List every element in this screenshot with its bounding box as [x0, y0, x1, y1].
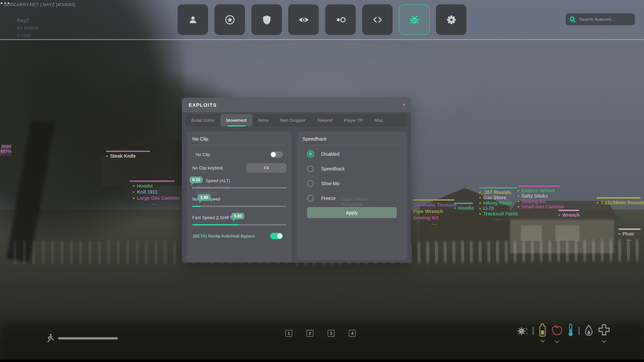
- game-screen: Steak Knife Hoodie Kolt 1911 Large Gas C…: [0, 0, 644, 362]
- esp-bullet-icon: [517, 195, 519, 197]
- apply-button[interactable]: Apply: [307, 207, 397, 218]
- slider-label: Speed (ALT): [206, 178, 286, 183]
- tab-protection-button[interactable]: [251, 4, 282, 35]
- esp-item-label: Hiking Pants: [483, 201, 512, 206]
- menu-icon-bar: [178, 4, 466, 35]
- water-drop-icon: [584, 324, 593, 338]
- stamina-indicator: [45, 333, 118, 343]
- speedhack-options: Disabled Speedhack Slow-Mo Freeze: [302, 150, 401, 202]
- esp-group: Steak Knife: [106, 151, 150, 159]
- keybind-clear-icon[interactable]: ×: [281, 163, 283, 172]
- esp-item-label: Kolt 1911: [137, 189, 157, 195]
- option-freeze[interactable]: Freeze: [307, 194, 397, 202]
- esp-bullet-icon: [558, 214, 560, 216]
- option-label: Disabled: [321, 151, 339, 157]
- tab-teleport[interactable]: Teleport: [311, 114, 338, 126]
- noclip-section: No Clip No Clip No Clip keybind F4 × 0.1…: [187, 132, 292, 262]
- close-icon[interactable]: ×: [402, 98, 405, 112]
- noclip-toggle[interactable]: [270, 151, 283, 158]
- health-cross-icon: [598, 324, 610, 337]
- bottom-black-bar: [0, 360, 644, 362]
- tab-favorites-button[interactable]: [214, 4, 245, 35]
- tab-settings-button[interactable]: [436, 4, 466, 35]
- status-bar: [515, 323, 610, 339]
- esp-item-label: Large Gas Canister: [137, 195, 180, 201]
- tab-items[interactable]: Items: [252, 114, 275, 126]
- bottle-icon: [538, 323, 547, 339]
- server-name: DayZ: [17, 17, 39, 24]
- exploits-window: EXPLOITS × Bullet Editor Movement Items …: [182, 98, 411, 263]
- esp-item-label: Steak Knife: [110, 153, 136, 159]
- esp-bullet-icon: [479, 213, 481, 215]
- tab-bullet-editor[interactable]: Bullet Editor: [186, 114, 220, 126]
- tab-movement[interactable]: Movement: [220, 114, 252, 126]
- esp-more-indicator: ...: [413, 220, 457, 226]
- esp-item-label: Hoodie: [458, 205, 474, 211]
- esp-group-bar: [517, 186, 560, 187]
- code-icon: [372, 14, 383, 25]
- tab-players-button[interactable]: [178, 4, 208, 35]
- exploits-tab-bar: Bullet Editor Movement Items Item Droppe…: [186, 114, 407, 126]
- esp-more-indicator: ...: [130, 200, 180, 206]
- normal-speed-slider: 1.00 Normal Speed: [192, 197, 286, 207]
- radio-icon[interactable]: [307, 151, 314, 157]
- esp-group-bar: [130, 180, 175, 182]
- option-disabled[interactable]: Disabled: [307, 150, 397, 158]
- watermark: ELOCARRY.NET | DAYZ [4f34083]: [4, 2, 76, 7]
- hotbar-slot-2: 2: [306, 330, 313, 337]
- radio-icon[interactable]: [307, 195, 314, 202]
- gear-icon: [446, 14, 457, 25]
- option-speedhack[interactable]: Speedhack: [307, 165, 397, 173]
- esp-bullet-icon: [133, 185, 135, 187]
- beta-bypass-label: (BETA) Noclip Anticheat Bypass: [193, 234, 255, 239]
- slider-track[interactable]: [192, 224, 286, 225]
- esp-bullet-icon: [517, 190, 519, 192]
- esp-item-label: Wrench: [562, 212, 580, 218]
- esp-item-label: Small Gas Canister: [522, 204, 564, 209]
- status-separator: [533, 327, 534, 335]
- tab-item-dropper[interactable]: Item Dropper: [275, 114, 311, 126]
- tab-visuals-button[interactable]: [288, 4, 319, 35]
- esp-bullet-icon: [133, 191, 135, 193]
- esp-group-bar: [479, 187, 517, 189]
- hotbar-slot-4: 4: [349, 330, 356, 337]
- beta-bypass-row: (BETA) Noclip Anticheat Bypass: [192, 233, 286, 239]
- esp-item-label: Salty Sticks: [522, 194, 548, 199]
- esp-player-label: Hidd: [1, 144, 11, 149]
- option-label: Freeze: [321, 196, 336, 201]
- esp-bullet-icon: [517, 206, 519, 208]
- esp-group: Wrench: [558, 210, 580, 218]
- slider-value-bubble: 1.00: [198, 194, 211, 201]
- esp-group-bar: [618, 228, 641, 230]
- slider-track[interactable]: [192, 187, 286, 189]
- noclip-toggle-row: No Clip: [192, 151, 286, 158]
- tab-misc[interactable]: Misc: [369, 114, 389, 126]
- esp-group-bar: [454, 203, 473, 204]
- server-near-count: 0 near: [17, 32, 39, 39]
- keybind-button[interactable]: F4 ×: [246, 163, 286, 173]
- slider-fill: [192, 224, 239, 225]
- tab-exploits-button[interactable]: [399, 4, 430, 35]
- option-label: Speedhack: [321, 166, 345, 171]
- tab-aim-button[interactable]: [325, 4, 356, 35]
- esp-bullet-icon: [618, 233, 620, 235]
- radio-icon[interactable]: [307, 165, 314, 172]
- beta-bypass-toggle[interactable]: [270, 233, 283, 239]
- noclip-keybind-label: No Clip keybind: [192, 165, 223, 170]
- radio-icon[interactable]: [307, 180, 314, 187]
- fast-speed-slider: 5.00 Fast Speed (LSHIFT): [192, 215, 286, 225]
- section-heading: No Clip: [192, 136, 286, 142]
- slider-track[interactable]: [192, 206, 286, 207]
- slow-speed-slider: 0.10 Speed (ALT): [192, 178, 286, 189]
- esp-group: Alcoholic Tincture Pipe Wrench Sewing Ki…: [413, 199, 457, 226]
- hotbar-slot-3: 3: [328, 330, 335, 337]
- option-slow-mo[interactable]: Slow-Mo: [307, 179, 397, 188]
- search-input[interactable]: [579, 16, 629, 22]
- esp-item-label: IJ-70: [483, 206, 494, 211]
- esp-group: 7.62x39mm Rounds: [597, 197, 644, 206]
- tab-scripts-button[interactable]: [362, 4, 393, 35]
- slider-value-bubble: 0.10: [190, 176, 203, 183]
- tab-player-tp[interactable]: Player TP: [338, 114, 369, 126]
- esp-more-indicator: .....: [479, 216, 518, 221]
- server-info: DayZ 43 online 0 near: [17, 17, 39, 39]
